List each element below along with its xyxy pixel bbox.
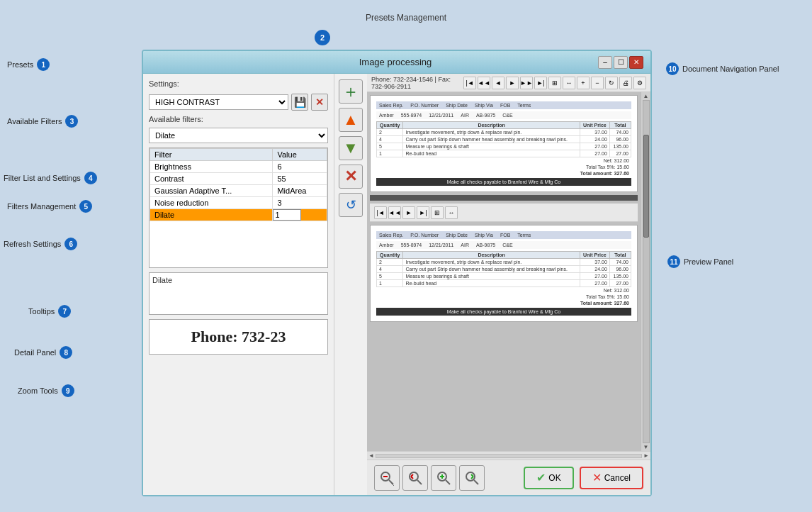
nav2-fit-button[interactable]: ⊞ bbox=[431, 206, 444, 219]
add-filter-button[interactable]: ＋ bbox=[339, 79, 363, 104]
ok-icon: ✔ bbox=[536, 471, 546, 484]
nav-last-button[interactable]: ►| bbox=[534, 77, 547, 89]
nav2-prev-button[interactable]: ◄◄ bbox=[388, 206, 401, 219]
invoice-header-1: Sales Rep. P.O. Number Ship Date Ship Vi… bbox=[376, 101, 631, 109]
zoom-out-button[interactable] bbox=[374, 465, 400, 491]
ok-button[interactable]: ✔ OK bbox=[524, 467, 573, 489]
cancel-label: Cancel bbox=[604, 473, 631, 483]
filter-value-cell: MidArea bbox=[273, 185, 327, 197]
total-val-1: 327.60 bbox=[614, 171, 629, 176]
filter-table-row[interactable]: Brightness6 bbox=[150, 161, 327, 173]
save-button[interactable]: 💾 bbox=[291, 94, 308, 111]
filter-value-cell: 55 bbox=[273, 173, 327, 185]
nav-next-button[interactable]: ► bbox=[506, 77, 519, 89]
delete-settings-button[interactable]: ✕ bbox=[311, 94, 328, 111]
total-row-1: Total amount: 327.60 bbox=[376, 170, 631, 177]
filter-table-row[interactable]: Gaussian Adaptive T...MidArea bbox=[150, 185, 327, 197]
vscroll-track[interactable] bbox=[643, 100, 650, 443]
hscroll-right-arrow[interactable]: ► bbox=[643, 452, 649, 459]
annotation-detail-panel: Detail Panel 8 bbox=[14, 346, 72, 359]
print-button[interactable]: 🖨 bbox=[619, 77, 632, 89]
annotation-filter-list: Filter List and Settings 4 bbox=[4, 172, 97, 184]
fit-width-button[interactable]: ↔ bbox=[563, 77, 575, 89]
annotation-doc-nav-label: Document Navigation Panel bbox=[682, 65, 779, 73]
svg-line-15 bbox=[471, 477, 473, 479]
annotation-avail-filters-label: Available Filters bbox=[7, 117, 62, 126]
annotation-presets-label: Presets bbox=[7, 60, 33, 69]
settings-select[interactable]: HIGH CONTRAST bbox=[149, 94, 288, 110]
available-filter-select[interactable]: Dilate bbox=[149, 128, 328, 143]
detail-panel: Dilate bbox=[149, 272, 328, 315]
zoom-prev-button[interactable] bbox=[402, 465, 428, 491]
nav-prev-button[interactable]: ◄◄ bbox=[478, 77, 490, 89]
cancel-button[interactable]: ✕ Cancel bbox=[580, 467, 643, 489]
horizontal-scrollbar[interactable]: ◄ ► bbox=[367, 451, 650, 460]
left-panel: Settings: HIGH CONTRAST 💾 ✕ Available fi… bbox=[143, 74, 334, 495]
filter-name-cell: Gaussian Adaptive T... bbox=[150, 185, 273, 197]
nav2-first-button[interactable]: |◄ bbox=[374, 206, 387, 219]
avail-filters-label: Available filters: bbox=[149, 115, 328, 123]
annotation-preview-panel: 11 Preview Panel bbox=[667, 255, 733, 268]
svg-line-7 bbox=[411, 477, 413, 479]
move-down-button[interactable]: ▼ bbox=[339, 136, 363, 160]
invoice-row: 4Carry out part Strip down hammer head a… bbox=[377, 266, 631, 273]
nav2-next-button[interactable]: ► bbox=[402, 206, 415, 219]
annotation-tooltips-label: Tooltips bbox=[28, 307, 55, 316]
invoice-row: 2Investigate movement, strip down & repl… bbox=[377, 129, 631, 136]
move-up-button[interactable]: ▲ bbox=[339, 108, 363, 132]
invoice-row: 1Re-build head27.0027.00 bbox=[377, 150, 631, 157]
invoice-page-1: Sales Rep. P.O. Number Ship Date Ship Vi… bbox=[370, 95, 638, 192]
zoom-text: Phone: 732-23 bbox=[191, 328, 286, 346]
hscroll-track[interactable] bbox=[376, 454, 642, 458]
action-buttons-panel: ＋ ▲ ▼ ✕ ↺ bbox=[334, 74, 367, 495]
nav-first-button[interactable]: |◄ bbox=[463, 77, 476, 89]
svg-point-4 bbox=[410, 472, 418, 481]
vscroll-thumb[interactable] bbox=[643, 135, 649, 238]
filter-value-cell[interactable] bbox=[273, 209, 327, 221]
fob-val: AB-9875 bbox=[476, 113, 495, 118]
zoom-in-button[interactable] bbox=[431, 465, 456, 491]
zoom-next-button[interactable] bbox=[459, 465, 485, 491]
nav2-last-button[interactable]: ►| bbox=[417, 206, 429, 219]
hscroll-left-arrow[interactable]: ◄ bbox=[368, 452, 374, 459]
invoice-row: 4Carry out part Strip down hammer head a… bbox=[377, 136, 631, 143]
zoom-out-toolbar-btn[interactable]: − bbox=[591, 77, 604, 89]
svg-point-12 bbox=[466, 472, 475, 481]
detail-label: Dilate bbox=[152, 276, 325, 284]
vscroll-up-arrow[interactable]: ▲ bbox=[643, 92, 650, 100]
close-button[interactable]: ✕ bbox=[629, 56, 643, 69]
nav-prev2-button[interactable]: ◄ bbox=[492, 77, 504, 89]
tax-row-2: Total Tax 5%: 15.60 bbox=[376, 294, 631, 300]
vscroll-down-arrow[interactable]: ▼ bbox=[643, 443, 650, 451]
image-processing-dialog: Image processing – ☐ ✕ Settings: HIGH CO… bbox=[142, 50, 652, 496]
total-row-2: Total amount: 327.60 bbox=[376, 300, 631, 306]
refresh-button[interactable]: ↺ bbox=[339, 193, 363, 217]
filter-table-row[interactable]: Dilate bbox=[150, 209, 327, 221]
po-val: 555-8974 bbox=[401, 113, 422, 118]
zoom-in-toolbar-btn[interactable]: + bbox=[577, 77, 590, 89]
settings-toolbar-btn[interactable]: ⚙ bbox=[633, 77, 646, 89]
svg-line-5 bbox=[417, 480, 422, 484]
annotation-tooltips: Tooltips 7 bbox=[28, 305, 71, 318]
remove-filter-button[interactable]: ✕ bbox=[339, 165, 363, 189]
nav-next2-button[interactable]: ►► bbox=[520, 77, 533, 89]
filter-table-row[interactable]: Noise reduction3 bbox=[150, 197, 327, 209]
ok-cancel-group: ✔ OK ✕ Cancel bbox=[524, 467, 643, 489]
filter-value-input[interactable] bbox=[273, 209, 301, 221]
annotation-zoom-tools: Zoom Tools 9 bbox=[18, 384, 74, 397]
ok-label: OK bbox=[548, 473, 560, 483]
preview-content[interactable]: Sales Rep. P.O. Number Ship Date Ship Vi… bbox=[367, 92, 641, 451]
dialog-body: Settings: HIGH CONTRAST 💾 ✕ Available fi… bbox=[143, 74, 650, 495]
restore-button[interactable]: ☐ bbox=[614, 56, 628, 69]
ship-date-header: Ship Date bbox=[446, 103, 468, 108]
rotate-button[interactable]: ↻ bbox=[605, 77, 618, 89]
minimize-button[interactable]: – bbox=[598, 56, 612, 69]
settings-label: Settings: bbox=[149, 79, 328, 88]
nav2-fit-width-button[interactable]: ↔ bbox=[445, 206, 458, 219]
filter-table-row[interactable]: Contrast55 bbox=[150, 173, 327, 185]
filter-name-cell: Dilate bbox=[150, 209, 273, 221]
invoice-header-2: Sales Rep. P.O. Number Ship Date Ship Vi… bbox=[376, 231, 631, 239]
fit-page-button[interactable]: ⊞ bbox=[548, 77, 561, 89]
vertical-scrollbar[interactable]: ▲ ▼ bbox=[641, 92, 650, 451]
annotation-refresh-settings: Refresh Settings 6 bbox=[4, 238, 77, 250]
